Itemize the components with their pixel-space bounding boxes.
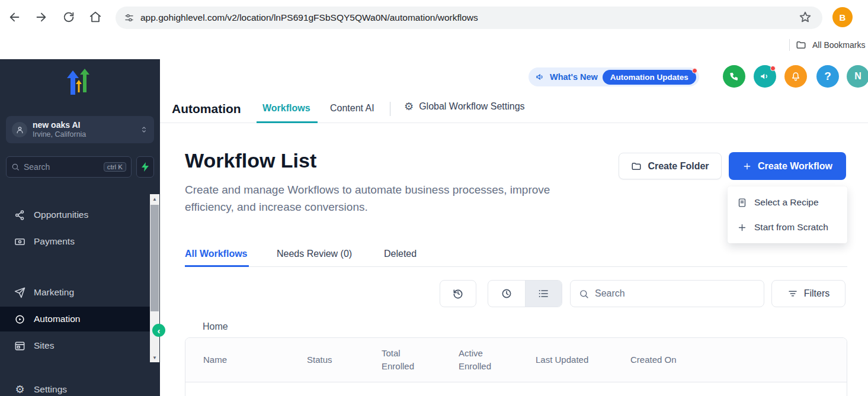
filters-button[interactable]: Filters	[771, 280, 845, 307]
plus-icon	[737, 223, 747, 233]
chevron-up-down-icon[interactable]	[140, 125, 148, 134]
sidebar-item-label: Settings	[34, 384, 67, 395]
location-name: new oaks AI	[33, 120, 134, 130]
column-header-status: Status	[307, 353, 382, 366]
workflow-list-title: Workflow List	[185, 149, 316, 172]
create-folder-label: Create Folder	[648, 161, 709, 172]
table-header-row: Name Status Total Enrolled Active Enroll…	[185, 338, 847, 382]
bell-icon	[790, 71, 801, 82]
search-icon	[11, 163, 20, 171]
location-avatar-icon	[12, 122, 27, 137]
filters-label: Filters	[804, 288, 830, 299]
whats-new-icon	[536, 72, 545, 82]
site-settings-icon[interactable]	[124, 12, 134, 23]
menu-item-start-from-scratch[interactable]: Start from Scratch	[728, 215, 847, 240]
tab-needs-review[interactable]: Needs Review (0)	[277, 249, 352, 259]
sidebar-collapse-button[interactable]: ‹	[152, 324, 165, 337]
workflow-search-input[interactable]	[595, 288, 755, 299]
automation-icon	[14, 314, 25, 325]
browser-back-icon[interactable]	[8, 11, 21, 24]
create-folder-button[interactable]: Create Folder	[619, 153, 722, 179]
address-bar[interactable]: app.gohighlevel.com/v2/location/lnPS691g…	[116, 7, 822, 29]
phone-icon	[729, 71, 739, 82]
sidebar-item-automation[interactable]: Automation	[0, 307, 150, 331]
location-switcher[interactable]: new oaks AI Irvine, California	[6, 116, 154, 143]
bookmark-star-icon[interactable]	[799, 11, 812, 24]
automation-updates-badge[interactable]: Automation Updates	[603, 70, 696, 85]
tab-workflows[interactable]: Workflows	[262, 103, 310, 114]
browser-profile-avatar[interactable]: B	[832, 7, 853, 27]
search-shortcut-badge: ctrl K	[104, 162, 126, 172]
megaphone-icon	[760, 71, 770, 82]
clock-icon	[501, 288, 513, 300]
scrollbar-up-arrow[interactable]: ▲	[150, 194, 159, 204]
sidebar-item-payments[interactable]: Payments	[0, 230, 150, 253]
main-content: What's New Automation Updates ? N Automa…	[160, 59, 868, 396]
settings-gear-icon: ⚙	[14, 384, 25, 395]
view-toggle-group	[488, 280, 562, 307]
sidebar-item-label: Opportunities	[34, 210, 88, 220]
sidebar-item-opportunities[interactable]: Opportunities	[0, 203, 150, 227]
phone-button[interactable]	[723, 65, 745, 88]
create-workflow-label: Create Workflow	[758, 161, 832, 172]
menu-item-label: Start from Scratch	[754, 222, 828, 233]
menu-item-select-a-recipe[interactable]: Select a Recipe	[728, 190, 847, 215]
automation-header: Automation Workflows Content AI ⚙ Global…	[160, 95, 868, 123]
tab-deleted[interactable]: Deleted	[384, 249, 417, 259]
history-button[interactable]	[440, 280, 476, 307]
whats-new-label[interactable]: What's New	[550, 72, 598, 82]
workflow-list-description: Create and manage Workflows to automate …	[185, 181, 600, 215]
header-divider	[390, 102, 390, 116]
search-icon	[579, 289, 589, 299]
scrollbar-down-arrow[interactable]: ▼	[150, 353, 159, 362]
app-logo	[63, 66, 95, 98]
tab-all-workflows[interactable]: All Workflows	[185, 249, 248, 259]
lightning-icon	[142, 162, 149, 172]
create-workflow-menu: Select a Recipe Start from Scratch	[728, 186, 847, 243]
browser-forward-icon[interactable]	[34, 11, 47, 24]
global-workflow-settings-link[interactable]: ⚙ Global Workflow Settings	[404, 101, 525, 112]
sidebar-scrollbar[interactable]: ▲ ▼	[150, 194, 159, 362]
column-header-name: Name	[185, 353, 307, 366]
active-tab-underline	[257, 121, 318, 123]
all-bookmarks-label[interactable]: All Bookmarks	[812, 40, 865, 50]
sidebar-item-sites[interactable]: Sites	[0, 334, 150, 358]
page-title: Automation	[172, 102, 241, 116]
browser-reload-icon[interactable]	[62, 11, 75, 24]
column-header-total-enrolled: Total Enrolled	[382, 347, 459, 373]
sidebar-item-label: Sites	[34, 340, 54, 351]
workflow-search[interactable]	[570, 280, 764, 307]
column-header-active-enrolled: Active Enrolled	[459, 347, 536, 373]
sidebar-search[interactable]: Search ctrl K	[6, 156, 132, 178]
scrollbar-thumb[interactable]	[150, 205, 159, 311]
sites-icon	[14, 340, 25, 352]
global-workflow-settings-label: Global Workflow Settings	[419, 101, 524, 112]
notifications-button[interactable]	[784, 65, 807, 88]
bookmarks-bar: All Bookmarks	[0, 34, 868, 58]
user-avatar[interactable]: N	[847, 65, 868, 88]
recipe-icon	[737, 198, 747, 208]
quick-actions-button[interactable]	[136, 156, 154, 178]
url-text[interactable]: app.gohighlevel.com/v2/location/lnPS691g…	[140, 12, 478, 23]
location-city: Irvine, California	[33, 130, 134, 139]
whats-new-pill[interactable]: What's New Automation Updates	[529, 67, 699, 86]
browser-home-icon[interactable]	[89, 11, 102, 24]
announcements-button[interactable]	[754, 65, 776, 88]
tab-content-ai[interactable]: Content AI	[330, 103, 374, 114]
gear-icon: ⚙	[404, 101, 414, 112]
notification-dot	[692, 68, 697, 73]
help-button[interactable]: ?	[816, 65, 839, 88]
recent-view-button[interactable]	[488, 281, 525, 307]
create-workflow-button[interactable]: Create Workflow	[729, 152, 846, 180]
sidebar-item-marketing[interactable]: Marketing	[0, 281, 150, 304]
payments-icon	[14, 236, 25, 247]
sidebar-item-label: Payments	[34, 236, 75, 247]
active-list-tab-underline	[185, 265, 249, 267]
sidebar-item-label: Marketing	[34, 287, 74, 298]
bookmarks-folder-icon[interactable]	[796, 40, 806, 50]
marketing-icon	[14, 287, 25, 298]
sidebar-item-settings[interactable]: ⚙ Settings	[0, 378, 150, 396]
list-view-button[interactable]	[525, 281, 562, 307]
breadcrumb-home[interactable]: Home	[203, 321, 228, 332]
menu-item-label: Select a Recipe	[754, 197, 819, 208]
